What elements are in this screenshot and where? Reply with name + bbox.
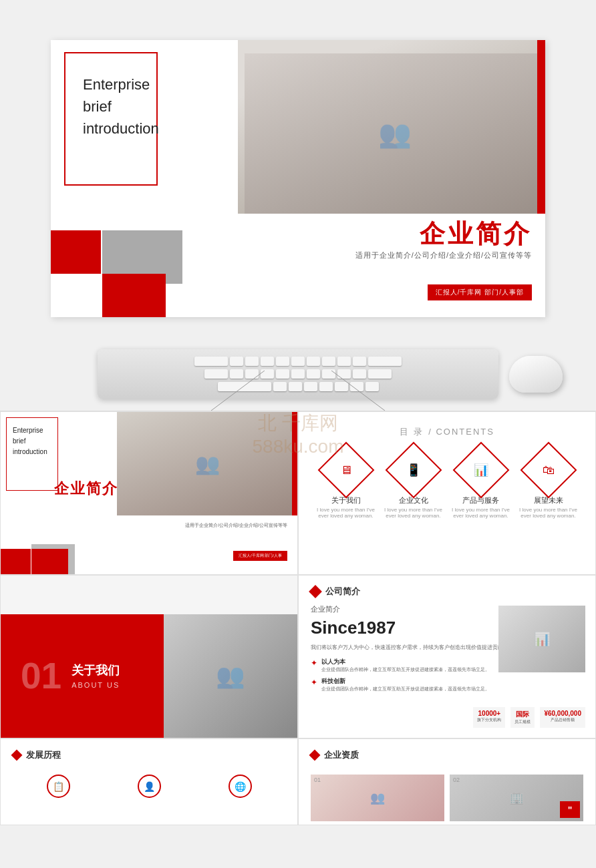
- history-section-title: 发展历程: [26, 749, 61, 761]
- top-slide-wrapper: Enterprisebriefintroduction 👥 企业简介: [0, 0, 596, 337]
- toc-item-3: 📊 产品与服务 I love you more than I've ever l…: [447, 450, 514, 519]
- stat-number-2: 国际: [514, 710, 531, 719]
- red-block-2: [102, 274, 166, 317]
- feature-1-content: 以人为本 企业提倡团队合作精神，建立互帮互助互开放促进建接紧凑，遥遥领先市场立足…: [321, 658, 490, 673]
- feature-1-title: 以人为本: [321, 658, 490, 666]
- feature-2-content: 科技创新 企业提倡团队合作精神，建立互帮互助互开放促进建接紧凑，遥遥领先市场立足…: [321, 677, 490, 692]
- about-text-block: 关于我们 ABOUT US: [61, 662, 120, 690]
- toc-item-4: 🛍 展望未来 I love you more than I've ever lo…: [514, 450, 582, 519]
- bottom-badge: 汇报人/千库网 部门/人事部: [428, 284, 532, 300]
- chinese-title-top: 企业简介: [420, 217, 532, 251]
- phone-icon: 📱: [406, 463, 421, 477]
- history-icon-1: 📋: [47, 775, 70, 798]
- stat-item-3: ¥60,000,000 产品总销售额: [540, 707, 585, 728]
- small-images-row: [51, 230, 245, 317]
- qual-photo-1: 01 👥: [311, 775, 444, 821]
- panel-qualification: 企业资质 01 👥 02 " 🏢: [298, 738, 596, 825]
- toc-sublabel-4: I love you more than I've ever loved any…: [514, 507, 582, 519]
- stat-label-1: 旗下分支机构: [477, 718, 501, 722]
- mini-bottom-area: [1, 524, 108, 574]
- feature-1-desc: 企业提倡团队合作精神，建立互帮互助互开放促进建接紧凑，遥遥领先市场立足。: [321, 666, 490, 673]
- panel-mini-slide: Enterprisebriefintroduction 👥 企业简介 适用于企业…: [0, 411, 298, 575]
- key: [230, 357, 243, 366]
- history-circle-3: 🌐: [229, 775, 252, 798]
- mini-red1: [1, 549, 31, 574]
- panel-about: 01 关于我们 ABOUT US 👥: [0, 575, 298, 738]
- toc-sublabel-2: I love you more than I've ever loved any…: [380, 507, 447, 519]
- mini-slide-inner: Enterprisebriefintroduction 👥 企业简介 适用于企业…: [1, 412, 297, 574]
- stat-number-3: ¥60,000,000: [544, 710, 581, 717]
- about-number: 01: [1, 658, 61, 694]
- stat-label-3: 产品总销售额: [551, 718, 575, 722]
- red-diamond-icon: [309, 585, 322, 598]
- toc-sublabel-3: I love you more than I've ever loved any…: [447, 507, 514, 519]
- history-icons-row: 📋 👤 🌐: [13, 775, 285, 798]
- panel-history: 发展历程 📋 👤 🌐: [0, 738, 298, 825]
- key: [337, 357, 351, 366]
- toc-item-2: 📱 企业文化 I love you more than I've ever lo…: [380, 450, 447, 519]
- about-top-strip: [1, 576, 297, 589]
- mini-photo-area: 👥: [117, 412, 297, 515]
- toc-diamond-1: 🖥: [317, 442, 374, 499]
- key: [291, 357, 305, 366]
- panel-toc: 目 录 / CONTENTS 🖥 关于我们 I love you more th…: [298, 411, 596, 575]
- history-circle-1: 📋: [47, 775, 70, 798]
- company-section-header: 公司简介: [311, 586, 583, 598]
- qual-quote-icon: ": [560, 801, 580, 818]
- red-bar-right: [537, 40, 545, 214]
- history-circle-2: 👤: [138, 775, 161, 798]
- main-photo: 👥: [238, 40, 545, 214]
- toc-header: 目 录 / CONTENTS: [312, 425, 582, 438]
- panels-grid: Enterprisebriefintroduction 👥 企业简介 适用于企业…: [0, 411, 596, 825]
- svg-line-1: [331, 371, 385, 411]
- enterprise-title: Enterprisebriefintroduction: [83, 73, 159, 140]
- key: [245, 357, 259, 366]
- toc-title-en: / CONTENTS: [428, 427, 494, 437]
- key: [353, 357, 366, 366]
- stat-number-1: 10000+: [477, 710, 501, 717]
- key: [194, 357, 228, 366]
- feature-2-desc: 企业提倡团队合作精神，建立互帮互助互开放促进建接紧凑，遥遥领先市场立足。: [321, 686, 490, 692]
- photo-people: 👥: [238, 40, 545, 214]
- mini-chinese-title: 企业简介: [54, 479, 118, 499]
- toc-title: 目 录: [400, 427, 424, 437]
- feature-icon-1: ✦: [311, 658, 317, 668]
- qual-section-header: 企业资质: [311, 749, 583, 761]
- company-feature-2: ✦ 科技创新 企业提倡团队合作精神，建立互帮互助互开放促进建接紧凑，遥遥领先市场…: [311, 677, 583, 692]
- mini-title-text: Enterprisebriefintroduction: [13, 425, 47, 457]
- stat-item-2: 国际 员工规模: [510, 707, 535, 728]
- company-photo: 📊: [498, 606, 585, 672]
- feature-icon-2: ✦: [311, 678, 317, 687]
- right-panel: 👥 企业简介 适用于企业简介/公司介绍/企业介绍/公司宣传等等 汇报人/千库网 …: [231, 40, 545, 317]
- about-heading: 关于我们: [71, 662, 120, 678]
- panel-company: 公司简介 企业简介 Since1987 我们将以客户万人为中心，快速遥控客户需求…: [298, 575, 596, 738]
- history-icon-3: 🌐: [229, 775, 252, 798]
- mouse-image: [509, 356, 563, 393]
- stat-label-2: 员工规模: [514, 720, 531, 724]
- feature-2-title: 科技创新: [321, 677, 490, 686]
- qual-number-2: 02: [453, 777, 460, 783]
- mini-subtitle: 适用于企业简介/公司介绍/企业介绍/公司宣传等等: [185, 522, 287, 529]
- toc-sublabel-1: I love you more than I've ever loved any…: [312, 507, 380, 519]
- svg-line-0: [211, 371, 265, 411]
- subtitle-text: 适用于企业简介/公司介绍/企业介绍/公司宣传等等: [355, 250, 532, 260]
- key-row-1: [194, 357, 402, 366]
- keyboard-section: [0, 337, 596, 411]
- mini-badge: 汇报人/千库网 部门/人事: [233, 551, 287, 561]
- company-section-title: 公司简介: [325, 586, 360, 598]
- stat-item-1: 10000+ 旗下分支机构: [473, 707, 505, 728]
- top-slide: Enterprisebriefintroduction 👥 企业简介: [51, 40, 545, 317]
- toc-diamond-4: 🛍: [520, 442, 577, 499]
- left-panel: Enterprisebriefintroduction: [51, 40, 245, 317]
- qual-section-title: 企业资质: [324, 749, 359, 761]
- connector-lines: [131, 371, 465, 411]
- key: [276, 357, 289, 366]
- history-icon-2: 👤: [138, 775, 161, 798]
- key: [261, 357, 274, 366]
- company-stats: 10000+ 旗下分支机构 国际 员工规模 ¥60,000,000 产品总销售额: [473, 707, 585, 728]
- key: [322, 357, 335, 366]
- toc-diamond-3: 📊: [452, 442, 509, 499]
- red-block-1: [51, 230, 101, 274]
- toc-icons-row: 🖥 关于我们 I love you more than I've ever lo…: [312, 450, 582, 519]
- qual-diamond-icon: [309, 750, 321, 761]
